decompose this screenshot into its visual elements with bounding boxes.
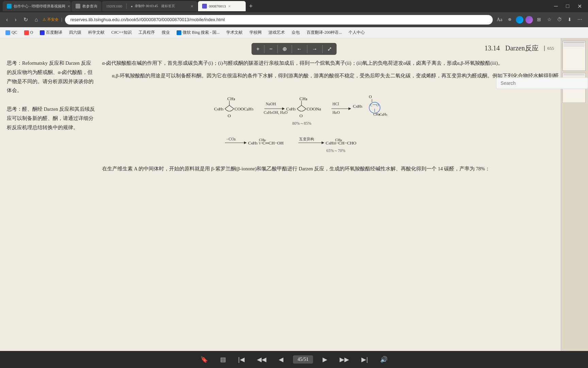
svg-text:COONa: COONa [307, 106, 321, 111]
svg-text:65%～70%: 65%～70% [326, 148, 345, 153]
first-page-button[interactable]: |◀ [235, 353, 247, 366]
downloads-icon[interactable]: ⬇ [566, 16, 574, 24]
tab-jiaocanzhuaxun[interactable]: 教参查询 [71, 1, 101, 11]
main-text-1: α-卤代羧酸酯在碱的作用下，首先形成碳负离子(i)；(i)与醛或酮的羰基进行亲核… [102, 59, 578, 68]
svg-text:C₆H₅: C₆H₅ [286, 106, 296, 111]
svg-text:C₆H₅: C₆H₅ [379, 112, 387, 116]
svg-text:C₂H₅OH, H₂O: C₂H₅OH, H₂O [264, 110, 288, 115]
svg-line-13 [301, 105, 306, 109]
chapter-header: 13.14 Darzen反应 655 [485, 44, 554, 53]
bookmark-o[interactable]: O [21, 29, 36, 36]
reading-mode-icon[interactable]: Aa [495, 16, 504, 24]
svg-text:O: O [299, 113, 303, 118]
zoom-toolbar: + − ⊕ ← → ⤢ [251, 43, 337, 55]
home-button[interactable]: ⌂ [33, 15, 40, 24]
tab-close-recording[interactable]: ✕ [191, 4, 193, 8]
svg-line-2 [229, 105, 234, 109]
svg-text:互变异构: 互变异构 [299, 137, 314, 141]
search-box [496, 77, 588, 89]
thumbnail-area [561, 38, 588, 108]
audio-button[interactable]: 🔊 [377, 353, 390, 366]
tab-active[interactable]: 000870013 ✕ [198, 1, 246, 11]
tab-close-active[interactable]: ✕ [228, 4, 231, 8]
refresh-button[interactable]: ↻ [21, 15, 30, 24]
page-prev-button[interactable]: ← [292, 43, 307, 55]
back-button[interactable]: ‹ [4, 15, 10, 24]
favorites-icon[interactable]: ☆ [545, 16, 553, 24]
svg-line-1 [225, 105, 229, 109]
page-number: 655 [544, 46, 554, 51]
last-page-button[interactable]: ▶| [359, 353, 371, 366]
page-indicator[interactable]: 45/51 [293, 355, 313, 364]
extensions-icon[interactable]: ⊕ [506, 16, 514, 24]
svg-text:C₆H₅: C₆H₅ [326, 140, 335, 145]
tab-bilibili[interactable]: 创作中心 - 哔哩哔哩弹幕视频网 ✕ [3, 1, 71, 11]
tab-bar: 创作中心 - 哔哩哔哩弹幕视频网 ✕ 教参查询 1920X1080 ● 录制中 … [0, 0, 588, 12]
bookmark-job[interactable]: 搜业 [159, 29, 173, 36]
address-bar: ‹ › ↻ ⌂ ⚠ 不安全 | Aa ⊕ ⊞ ☆ ⏱ ⬇ ⋯ [0, 12, 588, 27]
bookmark-baidu-translate[interactable]: 百度翻译 [37, 29, 65, 36]
svg-text:HCl: HCl [332, 102, 339, 106]
bookmark-games[interactable]: 游戏艺术 [266, 29, 288, 36]
edge-icon2 [525, 16, 533, 24]
settings-icon[interactable]: ⋯ [576, 16, 584, 24]
minimize-button[interactable]: ─ [551, 2, 561, 10]
bookmark-academic[interactable]: 学术文献 [224, 29, 245, 36]
chapter-name: Darzen反应 [505, 44, 539, 53]
bookmark-school[interactable]: 学校网 [247, 29, 264, 36]
bookmark-crowdsource[interactable]: 众包 [289, 29, 303, 36]
chemical-reaction-svg: C₆H₅ CH₃ O COOC₂H₅ [207, 83, 473, 162]
search-input[interactable] [501, 80, 584, 86]
prev-page-far-button[interactable]: ◀◀ [254, 353, 269, 366]
svg-marker-41 [322, 141, 324, 144]
bookmark-qc[interactable]: QC [3, 29, 20, 36]
svg-text:80%～85%: 80%～85% [292, 121, 311, 126]
zoom-out-button[interactable]: − [265, 43, 277, 55]
zoom-in-button[interactable]: + [251, 43, 264, 55]
history-icon[interactable]: ⏱ [555, 16, 564, 24]
toc-icon[interactable]: ▤ [217, 353, 229, 366]
collections-icon[interactable]: ⊞ [535, 16, 543, 24]
tab-close-bilibili[interactable]: ✕ [67, 4, 70, 8]
bookmark-profile[interactable]: 个人中心 [346, 29, 368, 36]
svg-text:CH₃: CH₃ [227, 96, 235, 101]
bookmark-cet[interactable]: 四六级 [66, 29, 84, 36]
svg-text:−C═CH−OH: −C═CH−OH [260, 140, 283, 145]
svg-text:H₂O: H₂O [332, 110, 340, 114]
svg-marker-34 [244, 141, 247, 144]
thought-1: 思考：Reformatsky 反应和 Darzen 反应的反应物均为醛或酮、α-… [7, 59, 95, 95]
svg-text:C₆H₅: C₆H₅ [214, 106, 224, 111]
bookmark-science[interactable]: 科学文献 [85, 29, 107, 36]
bookmark-tools[interactable]: 工具程序 [136, 29, 158, 36]
expand-button[interactable]: ⤢ [323, 43, 337, 55]
maximize-button[interactable]: □ [562, 2, 573, 10]
toolbar-icons: Aa ⊕ ⊞ ☆ ⏱ ⬇ ⋯ [495, 16, 584, 24]
forward-button[interactable]: › [13, 15, 18, 24]
next-page-far-button[interactable]: ▶▶ [337, 353, 352, 366]
zoom-fit-button[interactable]: ⊕ [278, 43, 292, 55]
thought-2: 思考：醛、酮经 Darzen 反应和其后续反应可以制备新的醛、酮，请通过详细分析… [7, 105, 95, 132]
tab-recording[interactable]: 1920X1080 ● 录制中 00:03:45 建标签页 ✕ [102, 1, 197, 11]
left-column: 思考：Reformatsky 反应和 Darzen 反应的反应物均为醛或酮、α-… [7, 59, 95, 344]
svg-text:||: || [371, 98, 373, 102]
bookmark-baidu200[interactable]: 百度翻译-200种语... [304, 29, 344, 36]
security-warning: ⚠ 不安全 [43, 17, 59, 22]
chem-diagram-area: C₆H₅ CH₃ O COOC₂H₅ [102, 83, 578, 162]
svg-text:−CH−CHO: −CH−CHO [336, 140, 356, 145]
prev-page-button[interactable]: ◀ [276, 353, 286, 366]
bookmark-icon[interactable]: 🔖 [198, 353, 211, 366]
new-tab-button[interactable]: + [246, 3, 256, 10]
svg-marker-20 [348, 107, 351, 110]
address-input[interactable] [65, 15, 493, 25]
next-page-button[interactable]: ▶ [320, 353, 330, 366]
svg-text:−CO₂: −CO₂ [226, 137, 236, 141]
page-next-button[interactable]: → [307, 43, 322, 55]
bookmark-cpp[interactable]: C#C++知识 [109, 29, 134, 36]
close-button[interactable]: ✕ [574, 2, 585, 10]
svg-text:C₆H₅: C₆H₅ [353, 104, 362, 109]
svg-text:CH₃: CH₃ [373, 112, 380, 116]
thumbnail-page-1[interactable] [562, 41, 586, 71]
svg-line-12 [297, 105, 301, 109]
svg-text:NaOH: NaOH [266, 102, 276, 106]
bookmark-bing[interactable]: 微软 Bing 搜索 - 国... [174, 29, 222, 36]
